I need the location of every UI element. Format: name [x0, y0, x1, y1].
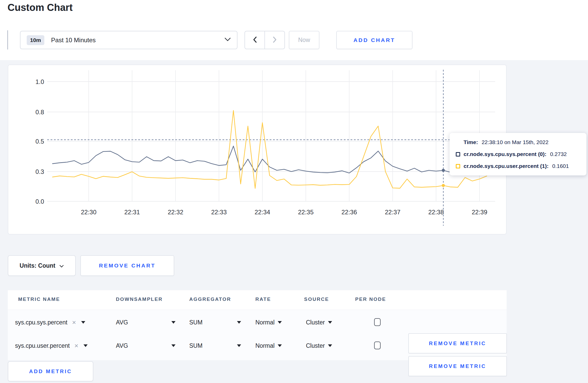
svg-text:22:31: 22:31 — [124, 209, 140, 216]
time-step-buttons — [244, 31, 285, 49]
downsampler-select[interactable]: AVG — [116, 310, 176, 335]
rate-select[interactable]: Normal — [255, 310, 282, 335]
close-icon[interactable]: × — [74, 342, 78, 350]
aggregator-select[interactable]: SUM — [189, 333, 241, 358]
svg-text:22:30: 22:30 — [81, 209, 96, 216]
svg-text:22:34: 22:34 — [255, 209, 270, 216]
svg-text:0.0: 0.0 — [36, 198, 44, 205]
rate-value: Normal — [255, 319, 275, 326]
metric-name-value: sys.cpu.sys.percent — [15, 319, 67, 326]
downsampler-value: AVG — [116, 342, 128, 349]
caret-down-icon — [83, 344, 88, 347]
caret-down-icon — [237, 321, 241, 324]
tooltip-series-value: 0.1601 — [552, 163, 569, 169]
rate-select[interactable]: Normal — [255, 333, 282, 358]
tooltip-time-label: Time: — [464, 139, 478, 145]
next-time-button[interactable] — [265, 31, 284, 49]
caret-down-icon — [81, 321, 85, 324]
downsampler-select[interactable]: AVG — [116, 333, 176, 358]
svg-text:0.3: 0.3 — [36, 168, 44, 175]
tooltip-series-row: cr.node.sys.cpu.user.percent (1): 0.1601 — [456, 163, 580, 169]
header-band — [0, 0, 588, 60]
tooltip-series-row: cr.node.sys.cpu.sys.percent (0): 0.2732 — [456, 151, 580, 157]
remove-metric-button[interactable]: REMOVE METRIC — [408, 356, 507, 376]
aggregator-value: SUM — [189, 319, 202, 326]
caret-down-icon — [328, 344, 332, 347]
column-header-metric-name: METRIC NAME — [18, 296, 60, 302]
chevron-down-icon — [225, 38, 231, 42]
tooltip-series-value: 0.2732 — [550, 151, 567, 157]
metric-name-value: sys.cpu.user.percent — [15, 342, 70, 349]
per-node-checkbox[interactable] — [374, 318, 381, 326]
column-header-downsampler: DOWNSAMPLER — [116, 296, 163, 302]
add-metric-button[interactable]: ADD METRIC — [8, 361, 93, 381]
source-value: Cluster — [306, 342, 325, 349]
svg-text:22:37: 22:37 — [385, 209, 400, 216]
rate-value: Normal — [255, 342, 275, 349]
metrics-table-header: METRIC NAME DOWNSAMPLER AGGREGATOR RATE … — [8, 290, 507, 310]
svg-text:1.0: 1.0 — [36, 78, 44, 85]
caret-down-icon — [278, 321, 282, 324]
add-chart-button[interactable]: ADD CHART — [336, 31, 412, 49]
caret-down-icon — [328, 321, 332, 324]
metric-name-select[interactable]: sys.cpu.sys.percent × — [15, 310, 85, 335]
tooltip-time-row: Time:22:38:10 on Mar 15th, 2022 — [464, 139, 580, 145]
source-select[interactable]: Cluster — [306, 310, 332, 335]
caret-down-icon — [237, 344, 241, 347]
toolbar-divider — [7, 30, 8, 49]
source-select[interactable]: Cluster — [306, 333, 332, 358]
caret-down-icon — [171, 321, 176, 324]
close-icon[interactable]: × — [72, 318, 76, 327]
per-node-checkbox[interactable] — [374, 342, 381, 349]
time-range-badge: 10m — [27, 35, 44, 45]
svg-text:0.8: 0.8 — [36, 109, 44, 116]
svg-text:22:39: 22:39 — [472, 209, 487, 216]
source-value: Cluster — [306, 319, 325, 326]
chevron-right-icon — [272, 36, 277, 44]
tooltip-series-label: cr.node.sys.cpu.sys.percent (0): — [464, 151, 547, 157]
prev-time-button[interactable] — [245, 31, 265, 49]
aggregator-value: SUM — [189, 342, 202, 349]
svg-text:22:33: 22:33 — [211, 209, 227, 216]
column-header-aggregator: AGGREGATOR — [189, 296, 231, 302]
svg-text:22:32: 22:32 — [168, 209, 183, 216]
metrics-table: METRIC NAME DOWNSAMPLER AGGREGATOR RATE … — [8, 290, 507, 360]
metric-row: sys.cpu.sys.percent × AVG SUM Normal Clu… — [8, 310, 507, 335]
metric-name-select[interactable]: sys.cpu.user.percent × — [15, 333, 88, 358]
svg-text:22:36: 22:36 — [341, 209, 357, 216]
svg-text:22:35: 22:35 — [298, 209, 313, 216]
chevron-down-icon — [59, 262, 64, 269]
downsampler-value: AVG — [116, 319, 128, 326]
aggregator-select[interactable]: SUM — [189, 310, 241, 335]
metrics-table-rows: sys.cpu.sys.percent × AVG SUM Normal Clu… — [8, 310, 507, 360]
svg-text:0.5: 0.5 — [36, 138, 44, 145]
chart-tooltip: Time:22:38:10 on Mar 15th, 2022 cr.node.… — [450, 133, 586, 175]
tooltip-series-label: cr.node.sys.cpu.user.percent (1): — [464, 163, 549, 169]
svg-text:22:38: 22:38 — [428, 209, 444, 216]
metric-row: sys.cpu.user.percent × AVG SUM Normal Cl… — [8, 333, 507, 358]
column-header-per-node: PER NODE — [355, 296, 386, 302]
page-title: Custom Chart — [8, 2, 73, 13]
tooltip-time-value: 22:38:10 on Mar 15th, 2022 — [482, 139, 549, 145]
column-header-source: SOURCE — [304, 296, 329, 302]
series-swatch-icon — [456, 152, 460, 157]
caret-down-icon — [171, 344, 176, 347]
units-label: Units: Count — [20, 262, 55, 269]
time-range-picker[interactable]: 10m Past 10 Minutes — [20, 31, 237, 49]
series-swatch-icon — [456, 164, 460, 168]
chart-canvas[interactable]: 0.00.30.50.81.022:3022:3122:3222:3322:34… — [8, 65, 507, 235]
column-header-rate: RATE — [255, 296, 271, 302]
now-button[interactable]: Now — [289, 31, 319, 49]
time-range-label: Past 10 Minutes — [51, 37, 96, 44]
remove-chart-button[interactable]: REMOVE CHART — [80, 255, 174, 276]
chart-panel: 0.00.30.50.81.022:3022:3122:3222:3322:34… — [8, 65, 507, 235]
units-dropdown[interactable]: Units: Count — [8, 255, 76, 276]
caret-down-icon — [278, 344, 282, 347]
chevron-left-icon — [253, 36, 257, 44]
